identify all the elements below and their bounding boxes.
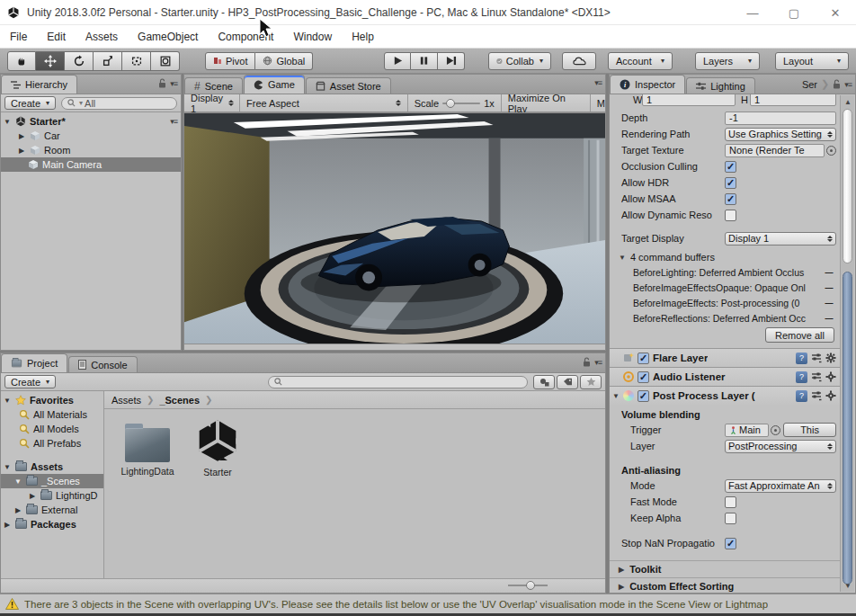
mute-audio-toggle[interactable]: M [591, 94, 605, 112]
remove-all-button[interactable]: Remove all [765, 327, 834, 343]
w-field[interactable]: 1 [642, 94, 736, 106]
game-view-render[interactable] [184, 112, 605, 344]
keep-alpha-checkbox[interactable] [725, 513, 736, 524]
scroll-up-icon[interactable]: ▲ [841, 95, 855, 108]
tab-overflow-chevron-icon[interactable]: ❯ [821, 78, 829, 90]
tab-scene[interactable]: # Scene [184, 77, 243, 94]
layer-select[interactable]: PostProcessing [725, 440, 836, 453]
scrollbar-thumb[interactable] [843, 272, 852, 585]
rotate-tool-icon[interactable] [65, 51, 94, 71]
favorite-all-models[interactable]: All Models [1, 422, 103, 436]
post-process-layer-header[interactable]: ▼ Post Process Layer ( ? [610, 386, 840, 405]
menu-gameobject[interactable]: GameObject [128, 25, 208, 49]
fold-arrow-icon[interactable]: ▶ [17, 147, 26, 155]
move-tool-icon[interactable] [36, 51, 65, 71]
fold-arrow-icon[interactable]: ▼ [3, 463, 12, 471]
help-icon[interactable]: ? [796, 390, 807, 402]
lock-icon[interactable] [583, 357, 591, 367]
favorite-all-materials[interactable]: All Materials [1, 407, 103, 422]
fold-arrow-icon[interactable]: ▼ [612, 392, 620, 400]
layout-dropdown[interactable]: Layout▾ [775, 52, 849, 70]
pivot-button[interactable]: Pivot [205, 52, 255, 70]
allow-dynamic-reso-checkbox[interactable] [725, 210, 736, 221]
remove-buffer-button[interactable] [824, 268, 834, 277]
post-process-layer-enabled-checkbox[interactable] [638, 390, 649, 402]
tab-game[interactable]: Game [244, 75, 305, 94]
fold-arrow-icon[interactable]: ▼ [3, 397, 12, 405]
tab-hierarchy[interactable]: Hierarchy [1, 75, 77, 94]
step-button[interactable] [438, 52, 465, 70]
fold-arrow-icon[interactable]: ▶ [28, 492, 37, 500]
viewport-menu-icon[interactable]: ▾≡ [594, 78, 602, 87]
presets-icon[interactable] [811, 390, 822, 401]
maximize-on-play-toggle[interactable]: Maximize On Play [501, 94, 591, 112]
menu-assets[interactable]: Assets [76, 25, 128, 49]
occlusion-culling-checkbox[interactable] [725, 161, 736, 173]
global-button[interactable]: Global [255, 52, 313, 70]
fast-mode-checkbox[interactable] [725, 496, 736, 508]
menu-file[interactable]: File [0, 25, 37, 49]
help-icon[interactable]: ? [796, 371, 807, 383]
allow-hdr-checkbox[interactable] [725, 177, 736, 189]
scrollbar-thumb-upper[interactable] [843, 109, 852, 263]
favorite-search-button[interactable] [580, 375, 602, 389]
packages-root-row[interactable]: ▶ Packages [1, 517, 103, 531]
command-buffers-foldout[interactable]: ▼ 4 command buffers [610, 250, 840, 264]
hierarchy-row-scene[interactable]: ▼ Starter* ▾≡ [1, 114, 181, 129]
maximize-button[interactable]: ▢ [773, 0, 815, 25]
breadcrumb-root[interactable]: Assets [111, 395, 141, 406]
h-field[interactable]: 1 [750, 94, 836, 106]
external-folder-row[interactable]: ▶ External [1, 503, 103, 517]
asset-starter-scene[interactable]: Starter [183, 418, 252, 478]
hierarchy-menu-icon[interactable]: ▾≡ [170, 79, 177, 88]
thumbnail-size-slider[interactable] [508, 585, 548, 586]
presets-icon[interactable] [811, 371, 822, 382]
rect-tool-icon[interactable] [122, 51, 151, 71]
remove-buffer-button[interactable] [824, 299, 834, 308]
remove-buffer-button[interactable] [824, 283, 834, 292]
aspect-dropdown[interactable]: Free Aspect [240, 94, 408, 112]
flare-layer-enabled-checkbox[interactable] [638, 353, 649, 364]
allow-msaa-checkbox[interactable] [725, 193, 736, 205]
fold-arrow-icon[interactable]: ▶ [619, 583, 624, 591]
target-texture-field[interactable]: None (Render Te [725, 144, 825, 157]
lightingdata-folder-row[interactable]: ▶ LightingD [1, 488, 103, 503]
close-button[interactable]: ✕ [815, 0, 856, 25]
tab-asset-store[interactable]: Asset Store [306, 77, 391, 94]
project-search-input[interactable] [268, 376, 528, 388]
remove-buffer-button[interactable] [824, 314, 834, 323]
gear-icon[interactable] [825, 353, 836, 363]
fold-arrow-icon[interactable]: ▶ [619, 566, 624, 574]
flare-layer-header[interactable]: Flare Layer ? [610, 348, 840, 367]
favorites-header-row[interactable]: ▼ Favorites [1, 393, 103, 407]
object-picker-icon[interactable] [826, 146, 836, 156]
scene-menu-icon[interactable]: ▾≡ [170, 117, 177, 126]
tab-inspector[interactable]: i Inspector [610, 75, 685, 94]
inspector-scrollbar[interactable]: ▲ ▼ [840, 95, 854, 592]
breadcrumb-current[interactable]: _Scenes [159, 395, 200, 406]
search-by-type-button[interactable] [533, 375, 555, 389]
trigger-this-button[interactable]: This [783, 423, 836, 437]
lock-icon[interactable] [158, 78, 166, 88]
object-picker-icon[interactable] [771, 425, 780, 435]
cloud-button[interactable] [562, 52, 596, 70]
audio-listener-enabled-checkbox[interactable] [638, 371, 649, 383]
fold-arrow-icon[interactable]: ▶ [13, 506, 22, 514]
scroll-down-icon[interactable]: ▼ [841, 579, 855, 592]
display-dropdown[interactable]: Display 1 [184, 94, 240, 112]
trigger-object-field[interactable]: Main [725, 424, 769, 437]
collab-button[interactable]: Collab▾ [488, 52, 551, 70]
scenes-folder-row[interactable]: ▼ _Scenes [1, 474, 103, 488]
hierarchy-row-main-camera[interactable]: Main Camera [1, 157, 181, 172]
hierarchy-row-car[interactable]: ▶ Car [1, 129, 181, 143]
fold-arrow-icon[interactable]: ▶ [3, 521, 12, 529]
assets-root-row[interactable]: ▼ Assets [1, 460, 103, 474]
minimize-button[interactable]: — [732, 0, 773, 25]
asset-lightingdata[interactable]: LightingData [113, 424, 182, 477]
presets-icon[interactable] [811, 353, 822, 363]
stop-nan-checkbox[interactable] [725, 538, 736, 549]
status-bar[interactable]: There are 3 objects in the Scene with ov… [0, 594, 856, 613]
gear-icon[interactable] [825, 390, 836, 401]
tab-services[interactable]: Ser [802, 79, 817, 90]
favorite-all-prefabs[interactable]: All Prefabs [1, 436, 103, 451]
